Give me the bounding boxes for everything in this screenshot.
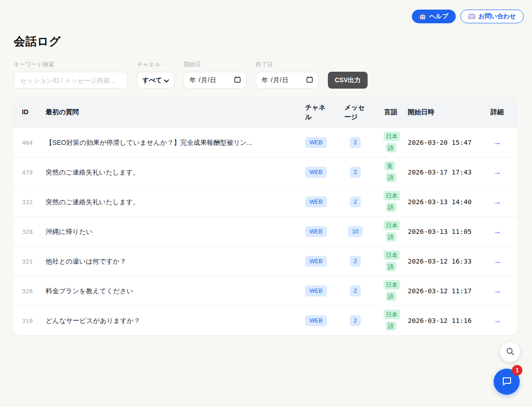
- language-badge: 日本語: [384, 310, 400, 331]
- row-first-question: 突然のご連絡失礼いたします。: [46, 198, 295, 206]
- row-detail-cell: →: [485, 138, 510, 147]
- help-button[interactable]: ヘルプ: [412, 10, 455, 23]
- language-badge: 日本語: [384, 132, 400, 153]
- col-header-messages: メッセージ: [337, 103, 374, 122]
- row-id: 328: [22, 228, 46, 235]
- detail-arrow-link[interactable]: →: [494, 197, 501, 206]
- row-first-question: 他社との違いは何ですか？: [46, 257, 295, 266]
- row-channel-cell: WEB: [295, 226, 337, 237]
- help-button-label: ヘルプ: [429, 12, 448, 21]
- row-messages-cell: 2: [337, 285, 374, 296]
- col-header-language: 言語: [374, 107, 408, 117]
- row-first-question: 料金プランを教えてください: [46, 287, 295, 296]
- row-first-question: 突然のご連絡失礼いたします。: [46, 168, 295, 177]
- end-date-field: 終了日 年 /月/日: [256, 61, 319, 89]
- row-messages-cell: 10: [337, 226, 374, 237]
- row-channel-cell: WEB: [295, 196, 337, 207]
- message-count-badge: 2: [350, 137, 361, 148]
- row-channel-cell: WEB: [295, 167, 337, 178]
- row-id: 332: [22, 199, 46, 206]
- detail-arrow-link[interactable]: →: [494, 168, 501, 176]
- channel-badge: WEB: [305, 137, 327, 148]
- detail-arrow-link[interactable]: →: [494, 138, 501, 147]
- row-language-cell: 日本語: [374, 280, 408, 302]
- keyword-search-input[interactable]: [14, 72, 128, 89]
- message-count-badge: 2: [350, 167, 361, 178]
- row-channel-cell: WEB: [295, 137, 337, 148]
- row-id: 319: [22, 317, 46, 324]
- row-language-cell: 日本語: [374, 190, 408, 213]
- channel-field: チャネル すべて: [137, 61, 174, 89]
- conversation-table: ID 最初の質問 チャネル メッセージ 言語 開始日時 詳細 484 【SEO対…: [14, 97, 517, 335]
- row-first-question: どんなサービスがありますか？: [46, 317, 295, 325]
- message-count-badge: 2: [350, 315, 361, 326]
- table-row: 320 料金プランを教えてください WEB 2 日本語 2026-03-12 1…: [14, 276, 517, 306]
- row-language-cell: 英語: [374, 161, 408, 183]
- row-detail-cell: →: [485, 286, 510, 296]
- row-channel-cell: WEB: [295, 315, 337, 326]
- row-started-at: 2026-03-12 16:33: [408, 258, 485, 265]
- chat-bubble-icon: [501, 375, 513, 388]
- detail-arrow-link[interactable]: →: [494, 286, 501, 295]
- row-messages-cell: 2: [337, 315, 374, 326]
- channel-select[interactable]: すべて: [137, 72, 174, 89]
- table-header-row: ID 最初の質問 チャネル メッセージ 言語 開始日時 詳細: [14, 97, 517, 127]
- detail-arrow-link[interactable]: →: [494, 227, 501, 236]
- end-date-value: 年 /月/日: [262, 76, 289, 85]
- contact-button[interactable]: お問い合わせ: [460, 10, 524, 23]
- filter-bar: キーワード検索 チャネル すべて 開始日 年 /月/日 終了日 年 /月/日 C…: [14, 61, 524, 89]
- channel-badge: WEB: [305, 196, 327, 207]
- language-badge: 日本語: [384, 221, 400, 242]
- floating-search-button[interactable]: [500, 342, 520, 362]
- row-id: 479: [22, 169, 46, 176]
- table-row: 479 突然のご連絡失礼いたします。 WEB 2 英語 2026-03-17 1…: [14, 157, 517, 187]
- col-header-question: 最初の質問: [46, 107, 295, 117]
- table-row: 321 他社との違いは何ですか？ WEB 2 日本語 2026-03-12 16…: [14, 246, 517, 276]
- end-date-label: 終了日: [256, 61, 319, 69]
- channel-select-value: すべて: [142, 76, 162, 85]
- table-row: 484 【SEO対策の効果が停滞していませんか？】完全成果報酬型被リン... W…: [14, 127, 517, 157]
- chevron-down-icon: [164, 77, 169, 84]
- page-title: 会話ログ: [14, 34, 61, 49]
- robot-icon: [419, 13, 426, 20]
- search-icon: [506, 347, 515, 357]
- calendar-icon[interactable]: [234, 76, 241, 84]
- start-date-input[interactable]: 年 /月/日: [184, 72, 247, 89]
- row-detail-cell: →: [485, 168, 510, 177]
- topbar: ヘルプ お問い合わせ: [412, 10, 524, 23]
- row-messages-cell: 2: [337, 256, 374, 267]
- row-language-cell: 日本語: [374, 220, 408, 243]
- channel-label: チャネル: [137, 61, 174, 69]
- contact-button-label: お問い合わせ: [479, 12, 516, 21]
- channel-badge: WEB: [305, 315, 327, 326]
- row-channel-cell: WEB: [295, 285, 337, 296]
- row-language-cell: 日本語: [374, 250, 408, 272]
- row-detail-cell: →: [485, 227, 510, 236]
- row-id: 484: [22, 139, 46, 146]
- start-date-field: 開始日 年 /月/日: [184, 61, 247, 89]
- start-date-label: 開始日: [184, 61, 247, 69]
- language-badge: 英語: [385, 161, 396, 182]
- calendar-icon[interactable]: [306, 76, 313, 84]
- language-badge: 日本語: [384, 280, 400, 301]
- channel-badge: WEB: [305, 256, 327, 267]
- row-detail-cell: →: [485, 257, 510, 266]
- row-messages-cell: 2: [337, 137, 374, 148]
- row-started-at: 2026-03-12 11:17: [408, 287, 485, 295]
- end-date-input[interactable]: 年 /月/日: [256, 72, 319, 89]
- detail-arrow-link[interactable]: →: [494, 316, 501, 325]
- row-id: 321: [22, 258, 46, 265]
- detail-arrow-link[interactable]: →: [494, 257, 501, 265]
- table-row: 332 突然のご連絡失礼いたします。 WEB 2 日本語 2026-03-13 …: [14, 187, 517, 217]
- keyword-label: キーワード検索: [14, 61, 128, 69]
- col-header-started: 開始日時: [408, 107, 485, 117]
- table-body: 484 【SEO対策の効果が停滞していませんか？】完全成果報酬型被リン... W…: [14, 127, 517, 335]
- channel-badge: WEB: [305, 167, 327, 178]
- row-started-at: 2026-03-13 14:40: [408, 198, 485, 206]
- table-row: 319 どんなサービスがありますか？ WEB 2 日本語 2026-03-12 …: [14, 306, 517, 335]
- row-first-question: 沖縄に帰りたい: [46, 227, 295, 236]
- col-header-channel: チャネル: [295, 103, 337, 122]
- channel-badge: WEB: [305, 285, 327, 296]
- row-started-at: 2026-03-13 11:05: [408, 228, 485, 235]
- csv-export-button[interactable]: CSV出力: [328, 72, 368, 89]
